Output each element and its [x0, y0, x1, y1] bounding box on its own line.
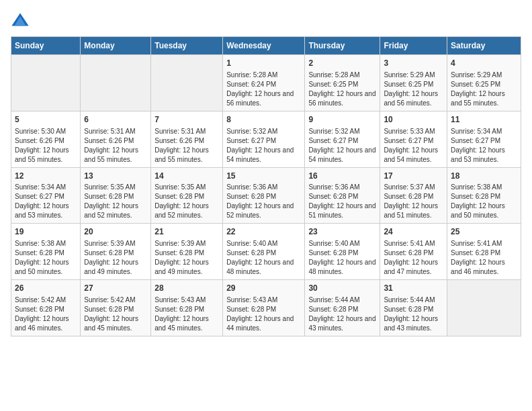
header-cell-monday: Monday	[81, 37, 151, 55]
week-row-5: 26Sunrise: 5:42 AM Sunset: 6:28 PM Dayli…	[11, 280, 521, 336]
header-cell-wednesday: Wednesday	[223, 37, 305, 55]
day-cell: 4Sunrise: 5:29 AM Sunset: 6:25 PM Daylig…	[447, 55, 521, 111]
day-cell: 31Sunrise: 5:44 AM Sunset: 6:28 PM Dayli…	[380, 280, 447, 336]
day-cell: 8Sunrise: 5:32 AM Sunset: 6:27 PM Daylig…	[223, 111, 305, 167]
day-cell: 29Sunrise: 5:43 AM Sunset: 6:28 PM Dayli…	[223, 280, 305, 336]
day-number: 24	[384, 226, 443, 238]
week-row-2: 5Sunrise: 5:30 AM Sunset: 6:26 PM Daylig…	[11, 111, 521, 167]
day-number: 16	[308, 171, 376, 182]
header-cell-saturday: Saturday	[447, 37, 521, 55]
day-number: 9	[308, 114, 376, 126]
day-number: 18	[451, 171, 517, 182]
day-number: 5	[15, 114, 77, 126]
day-number: 3	[384, 58, 443, 69]
day-cell	[151, 55, 223, 111]
day-cell	[447, 280, 521, 336]
day-cell: 9Sunrise: 5:32 AM Sunset: 6:27 PM Daylig…	[305, 111, 380, 167]
day-cell: 21Sunrise: 5:39 AM Sunset: 6:28 PM Dayli…	[151, 224, 223, 280]
day-number: 20	[84, 226, 147, 238]
day-number: 14	[154, 171, 219, 182]
day-number: 7	[154, 114, 219, 126]
week-row-3: 12Sunrise: 5:34 AM Sunset: 6:27 PM Dayli…	[11, 167, 521, 224]
day-cell: 14Sunrise: 5:35 AM Sunset: 6:28 PM Dayli…	[151, 167, 223, 224]
week-row-4: 19Sunrise: 5:38 AM Sunset: 6:28 PM Dayli…	[11, 224, 521, 280]
day-cell: 10Sunrise: 5:33 AM Sunset: 6:27 PM Dayli…	[380, 111, 447, 167]
day-number: 26	[15, 283, 77, 294]
day-cell: 5Sunrise: 5:30 AM Sunset: 6:26 PM Daylig…	[11, 111, 81, 167]
day-number: 22	[226, 226, 301, 238]
day-cell: 11Sunrise: 5:34 AM Sunset: 6:27 PM Dayli…	[447, 111, 521, 167]
day-number: 4	[451, 58, 517, 69]
day-number: 30	[308, 283, 376, 294]
day-number: 28	[154, 283, 219, 294]
day-cell: 13Sunrise: 5:35 AM Sunset: 6:28 PM Dayli…	[81, 167, 151, 224]
day-number: 15	[226, 171, 301, 182]
day-cell	[11, 55, 81, 111]
day-number: 11	[451, 114, 517, 126]
day-number: 29	[226, 283, 301, 294]
header-cell-friday: Friday	[380, 37, 447, 55]
day-number: 8	[226, 114, 301, 126]
day-cell: 18Sunrise: 5:38 AM Sunset: 6:28 PM Dayli…	[447, 167, 521, 224]
day-number: 12	[15, 171, 77, 182]
page-header	[11, 11, 521, 30]
day-number: 27	[84, 283, 147, 294]
day-cell: 7Sunrise: 5:31 AM Sunset: 6:26 PM Daylig…	[151, 111, 223, 167]
day-cell: 24Sunrise: 5:41 AM Sunset: 6:28 PM Dayli…	[380, 224, 447, 280]
day-cell: 27Sunrise: 5:42 AM Sunset: 6:28 PM Dayli…	[81, 280, 151, 336]
day-cell: 19Sunrise: 5:38 AM Sunset: 6:28 PM Dayli…	[11, 224, 81, 280]
day-cell: 15Sunrise: 5:36 AM Sunset: 6:28 PM Dayli…	[223, 167, 305, 224]
header-row: SundayMondayTuesdayWednesdayThursdayFrid…	[11, 37, 521, 55]
calendar-table: SundayMondayTuesdayWednesdayThursdayFrid…	[11, 36, 521, 336]
week-row-1: 1Sunrise: 5:28 AM Sunset: 6:24 PM Daylig…	[11, 55, 521, 111]
day-number: 19	[15, 226, 77, 238]
day-cell: 6Sunrise: 5:31 AM Sunset: 6:26 PM Daylig…	[81, 111, 151, 167]
day-number: 21	[154, 226, 219, 238]
day-cell: 30Sunrise: 5:44 AM Sunset: 6:28 PM Dayli…	[305, 280, 380, 336]
header-cell-tuesday: Tuesday	[151, 37, 223, 55]
day-number: 10	[384, 114, 443, 126]
day-number: 6	[84, 114, 147, 126]
day-number: 13	[84, 171, 147, 182]
day-number: 25	[451, 226, 517, 238]
day-number: 23	[308, 226, 376, 238]
day-cell	[81, 55, 151, 111]
logo	[11, 11, 32, 30]
day-cell: 23Sunrise: 5:40 AM Sunset: 6:28 PM Dayli…	[305, 224, 380, 280]
day-cell: 12Sunrise: 5:34 AM Sunset: 6:27 PM Dayli…	[11, 167, 81, 224]
day-cell: 17Sunrise: 5:37 AM Sunset: 6:28 PM Dayli…	[380, 167, 447, 224]
header-cell-sunday: Sunday	[11, 37, 81, 55]
day-number: 31	[384, 283, 443, 294]
day-cell: 1Sunrise: 5:28 AM Sunset: 6:24 PM Daylig…	[223, 55, 305, 111]
day-number: 2	[308, 58, 376, 69]
day-number: 1	[226, 58, 301, 69]
day-cell: 25Sunrise: 5:41 AM Sunset: 6:28 PM Dayli…	[447, 224, 521, 280]
day-cell: 20Sunrise: 5:39 AM Sunset: 6:28 PM Dayli…	[81, 224, 151, 280]
day-cell: 22Sunrise: 5:40 AM Sunset: 6:28 PM Dayli…	[223, 224, 305, 280]
day-cell: 28Sunrise: 5:43 AM Sunset: 6:28 PM Dayli…	[151, 280, 223, 336]
header-cell-thursday: Thursday	[305, 37, 380, 55]
day-cell: 16Sunrise: 5:36 AM Sunset: 6:28 PM Dayli…	[305, 167, 380, 224]
day-cell: 2Sunrise: 5:28 AM Sunset: 6:25 PM Daylig…	[305, 55, 380, 111]
day-number: 17	[384, 171, 443, 182]
day-cell: 26Sunrise: 5:42 AM Sunset: 6:28 PM Dayli…	[11, 280, 81, 336]
day-cell: 3Sunrise: 5:29 AM Sunset: 6:25 PM Daylig…	[380, 55, 447, 111]
logo-icon	[11, 11, 30, 30]
